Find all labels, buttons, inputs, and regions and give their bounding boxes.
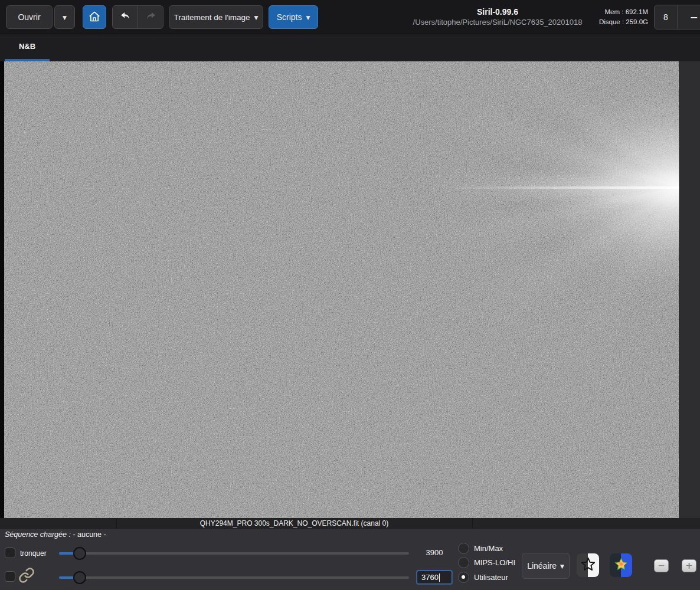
rainbow-star-icon (613, 556, 629, 575)
undo-button[interactable] (113, 6, 138, 28)
slider-track (59, 552, 409, 555)
radio-mips-lo-hi-label: MIPS-LO/HI (474, 558, 515, 567)
zoom-level-spinner[interactable]: 8 − (654, 5, 700, 30)
low-cutoff-slider-thumb[interactable] (73, 571, 86, 584)
home-button[interactable] (83, 5, 106, 29)
home-icon (88, 10, 101, 25)
image-caption-section: QHY294M_PRO 300s_DARK_NO_OVERSCAN.fit (c… (116, 518, 472, 528)
open-dropdown-button[interactable]: ▼ (54, 5, 75, 29)
high-cutoff-slider[interactable] (59, 546, 409, 560)
zoom-level-value[interactable]: 8 (655, 5, 677, 29)
disk-label: Disque : 259.0G (599, 17, 648, 27)
tab-nb[interactable]: N&B (5, 34, 50, 61)
zoom-out-button[interactable]: − (654, 559, 669, 572)
minus-icon: − (658, 560, 665, 571)
sequence-status: Séquence chargée : - aucune - (5, 530, 106, 539)
siril-window: Ouvrir ▼ (0, 0, 700, 590)
radio-utilisateur[interactable]: Utilisateur (458, 571, 508, 583)
canvas-area (0, 61, 700, 518)
chevron-down-icon: ▼ (254, 14, 258, 21)
redo-icon (145, 10, 157, 25)
chevron-down-icon: ▼ (306, 14, 310, 21)
low-cutoff-slider[interactable] (59, 571, 409, 585)
link-icon (18, 567, 35, 586)
negative-view-button[interactable] (577, 553, 599, 577)
image-processing-menu-button[interactable]: Traitement de l'image ▼ (169, 5, 263, 29)
radio-circle (458, 572, 469, 583)
high-cutoff-slider-thumb[interactable] (73, 547, 86, 560)
image-processing-label: Traitement de l'image (174, 13, 250, 22)
canvas-left-gutter (0, 61, 4, 518)
undo-redo-group (112, 5, 163, 29)
scripts-label: Scripts (277, 12, 302, 22)
sequence-label: Séquence chargée : (5, 530, 71, 539)
scripts-menu-button[interactable]: Scripts ▼ (269, 5, 318, 29)
open-button[interactable]: Ouvrir (6, 5, 53, 29)
truncate-label: tronquer (20, 549, 47, 558)
image-caption: QHY294M_PRO 300s_DARK_NO_OVERSCAN.fit (c… (200, 519, 388, 527)
low-cutoff-input[interactable]: 3760 (417, 571, 452, 584)
high-cutoff-value[interactable]: 3900 (417, 548, 452, 557)
memory-label: Mem : 692.1M (599, 7, 648, 17)
undo-icon (119, 10, 132, 25)
low-cutoff-input-value: 3760 (421, 573, 439, 582)
status-separator (472, 518, 473, 528)
sequence-value: - aucune - (73, 530, 106, 539)
slider-track (59, 576, 409, 579)
plus-icon: + (685, 560, 693, 571)
channel-tabbar: N&B (0, 34, 700, 61)
false-color-button[interactable] (610, 553, 632, 577)
display-control-panel: Séquence chargée : - aucune - tronquer 3… (0, 528, 700, 590)
zoom-level-decrease-button[interactable]: − (677, 5, 700, 29)
resource-usage: Mem : 692.1M Disque : 259.0G (599, 7, 648, 27)
chevron-down-icon: ▼ (560, 563, 564, 569)
radio-circle (458, 557, 469, 568)
radio-minmax-label: Min/Max (474, 544, 503, 553)
amp-glow-core (4, 61, 679, 518)
main-toolbar: Ouvrir ▼ (0, 0, 700, 34)
radio-utilisateur-label: Utilisateur (474, 573, 508, 582)
chevron-down-icon: ▼ (63, 14, 67, 21)
radio-mips-lo-hi[interactable]: MIPS-LO/HI (458, 557, 515, 569)
truncate-checkbox[interactable] (5, 548, 15, 558)
negative-star-icon (580, 556, 596, 575)
statusbar: QHY294M_PRO 300s_DARK_NO_OVERSCAN.fit (c… (0, 518, 700, 528)
redo-button[interactable] (138, 6, 163, 28)
display-scale-label: Linéaire (527, 561, 557, 571)
radio-circle (458, 543, 469, 554)
open-button-label: Ouvrir (18, 12, 40, 22)
radio-minmax[interactable]: Min/Max (458, 542, 503, 554)
display-scale-dropdown[interactable]: Linéaire ▼ (522, 553, 570, 579)
tab-nb-label: N&B (5, 42, 50, 51)
image-canvas[interactable] (4, 61, 680, 518)
zoom-in-button[interactable]: + (682, 559, 696, 572)
minus-icon: − (689, 11, 698, 23)
link-cutoffs-checkbox[interactable] (5, 571, 15, 582)
